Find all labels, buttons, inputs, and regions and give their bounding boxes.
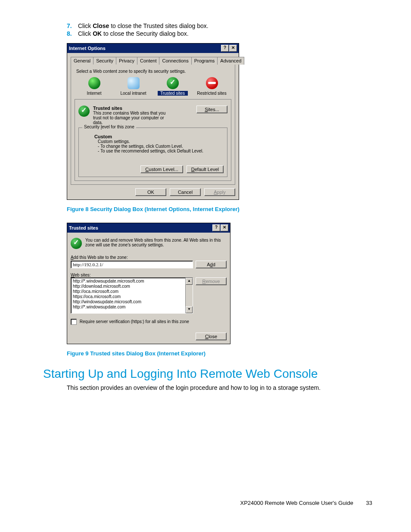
scroll-up-icon[interactable]: ▲ (186, 278, 193, 285)
list-item[interactable]: http://download.microsoft.com (71, 284, 193, 289)
trusted-sites-dialog: Trusted sites ? ✕ You can add and remove… (67, 223, 230, 344)
close-icon[interactable]: ✕ (221, 224, 228, 231)
help-icon[interactable]: ? (221, 45, 229, 52)
globe-icon (88, 77, 100, 89)
list-item[interactable]: http://oca.microsoft.com (71, 289, 193, 294)
title-bar[interactable]: Trusted sites ? ✕ (67, 223, 230, 233)
cancel-button[interactable]: Cancel (170, 188, 201, 196)
page-footer: XP24000 Remote Web Console User's Guide … (240, 500, 372, 506)
require-https-label: Require server verification (https:) for… (80, 319, 189, 324)
footer-text: XP24000 Remote Web Console User's Guide (240, 500, 353, 506)
scrollbar[interactable]: ▲ ▼ (185, 278, 193, 313)
step-text-post: to close the Security dialog box. (102, 30, 189, 37)
sites-button[interactable]: SSites...ites... (196, 106, 227, 113)
checkmark-icon (78, 106, 90, 117)
remove-button[interactable]: Remove (196, 277, 227, 285)
dialog-title: Trusted sites (69, 225, 98, 230)
list-item[interactable]: https://oca.microsoft.com (71, 294, 193, 299)
custom-label: Custom (94, 134, 219, 139)
scroll-down-icon[interactable]: ▼ (186, 306, 193, 313)
custom-level-button[interactable]: Custom Level... (140, 165, 183, 173)
zone-label: Internet (79, 91, 109, 96)
zone-intro: Select a Web content zone to specify its… (76, 69, 231, 74)
tab-content[interactable]: Content (137, 57, 160, 65)
step-text-bold: OK (93, 30, 102, 37)
step-text-pre: Click (78, 30, 93, 37)
zone-local-intranet[interactable]: Local intranet (118, 77, 149, 96)
step-text-post: to close the Trusted sites dialog box. (109, 22, 208, 29)
close-button[interactable]: Close (196, 333, 227, 340)
figure-caption: Figure 9 Trusted sites Dialog Box (Inter… (67, 350, 372, 357)
step-text-pre: Click (78, 22, 93, 29)
trusted-intro: You can add and remove Web sites from th… (85, 238, 227, 247)
checkbox-icon[interactable] (71, 319, 77, 325)
default-level-button[interactable]: Default Level (187, 165, 224, 173)
zone-label: Local intranet (118, 91, 149, 96)
intranet-icon (128, 77, 140, 89)
websites-label: Web sites: (71, 273, 227, 277)
add-button[interactable]: Add (196, 261, 227, 268)
step-item: 7. Click Close to close the Trusted site… (67, 22, 372, 29)
step-text-bold: Close (93, 22, 109, 29)
checkmark-icon (167, 77, 179, 89)
tab-advanced[interactable]: Advanced (217, 57, 244, 65)
tab-privacy[interactable]: Privacy (116, 57, 137, 65)
tab-strip: General Security Privacy Content Connect… (71, 56, 235, 64)
custom-subtitle: Custom settings. (94, 139, 219, 144)
security-level-label: Security level for this zone (82, 124, 136, 129)
custom-line2: - To use the recommended settings, click… (94, 149, 219, 153)
tab-general[interactable]: General (71, 57, 93, 65)
custom-line1: - To change the settings, click Custom L… (94, 144, 219, 149)
require-https-checkbox-row[interactable]: Require server verification (https:) for… (71, 319, 227, 325)
apply-button[interactable]: Apply (204, 188, 235, 196)
add-label: Add this Web site to the zone: (71, 255, 227, 260)
zone-description: This zone contains Web sites that you tr… (93, 111, 166, 125)
step-number: 8. (67, 30, 76, 37)
zone-label: Trusted sites (158, 91, 188, 96)
close-icon[interactable]: ✕ (229, 45, 237, 52)
ok-button[interactable]: OK (135, 188, 166, 196)
zone-internet[interactable]: Internet (79, 77, 109, 96)
step-item: 8. Click OK to close the Security dialog… (67, 30, 372, 37)
list-item[interactable]: http://windowsupdate.microsoft.com (71, 299, 193, 305)
zone-trusted-sites[interactable]: Trusted sites (158, 77, 188, 96)
zone-title: Trusted sites (93, 106, 196, 111)
zone-restricted-sites[interactable]: Restricted sites (197, 77, 227, 96)
restricted-icon (206, 77, 218, 89)
list-item[interactable]: http://*.windowsupdate.microsoft.com (71, 279, 193, 284)
dialog-title: Internet Options (69, 46, 106, 51)
help-icon[interactable]: ? (212, 224, 220, 231)
body-text: This section provides an overview of the… (67, 384, 372, 391)
websites-list[interactable]: http://*.windowsupdate.microsoft.com htt… (71, 277, 193, 314)
section-heading: Starting Up and Logging Into Remote Web … (43, 367, 372, 381)
tab-connections[interactable]: Connections (159, 57, 191, 65)
page-number: 33 (366, 500, 372, 506)
title-bar[interactable]: Internet Options ? ✕ (67, 44, 239, 53)
figure-caption: Figure 8 Security Dialog Box (Internet O… (67, 206, 372, 212)
zone-label: Restricted sites (197, 91, 227, 96)
internet-options-dialog: Internet Options ? ✕ General Security Pr… (67, 43, 239, 200)
tab-security[interactable]: Security (93, 57, 116, 65)
add-site-input[interactable]: http://192.0.2.1/ (71, 261, 193, 268)
step-number: 7. (67, 22, 76, 29)
list-item[interactable]: http://*.windowsupdate.com (71, 305, 193, 310)
checkmark-icon (71, 238, 82, 249)
tab-programs[interactable]: Programs (191, 57, 218, 65)
step-list: 7. Click Close to close the Trusted site… (67, 22, 372, 37)
